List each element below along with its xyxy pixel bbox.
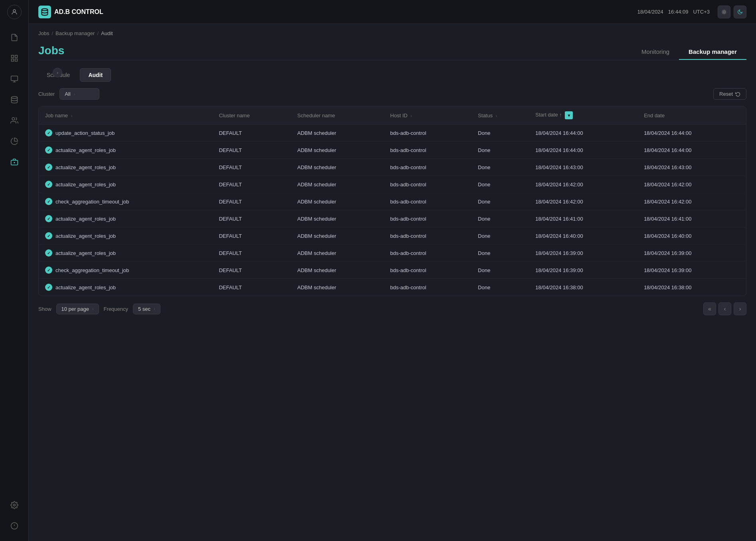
sub-tab-audit[interactable]: Audit	[80, 68, 111, 82]
top-header: AD.B CONTROL 18/04/2024 16:44:09 UTC+3	[29, 0, 756, 24]
sidebar-item-settings[interactable]	[6, 496, 23, 514]
breadcrumb-jobs[interactable]: Jobs	[38, 30, 49, 36]
svg-line-25	[722, 13, 722, 14]
frequency-select[interactable]: 5 sec ›	[133, 304, 160, 314]
sidebar-collapse-button[interactable]: ›	[53, 68, 62, 77]
start-date-filter-icon[interactable]: ▼	[565, 111, 573, 119]
svg-rect-1	[11, 55, 14, 58]
sidebar-item-chart[interactable]	[6, 49, 23, 67]
frequency-arrow: ›	[154, 306, 155, 311]
svg-line-26	[726, 10, 726, 10]
logo: AD.B CONTROL	[38, 6, 103, 18]
cell-end-date: 18/04/2024 16:43:00	[637, 159, 746, 176]
table-row[interactable]: ✓ actualize_agent_roles_job DEFAULT ADBM…	[39, 279, 746, 296]
svg-line-21	[722, 10, 722, 10]
table-row[interactable]: ✓ check_aggregation_timeout_job DEFAULT …	[39, 262, 746, 279]
table-row[interactable]: ✓ actualize_agent_roles_job DEFAULT ADBM…	[39, 227, 746, 245]
tab-backup-manager[interactable]: Backup manager	[679, 44, 746, 60]
cell-job-name: ✓ check_aggregation_timeout_job	[39, 193, 212, 210]
cell-status: Done	[471, 227, 529, 245]
cell-cluster: DEFAULT	[212, 279, 291, 296]
table-row[interactable]: ✓ actualize_agent_roles_job DEFAULT ADBM…	[39, 176, 746, 193]
cell-start-date: 18/04/2024 16:42:00	[529, 176, 637, 193]
theme-sun-button[interactable]	[718, 6, 730, 18]
col-job-name[interactable]: Job name ›	[39, 107, 212, 124]
sidebar-item-jobs[interactable]	[6, 153, 23, 171]
cell-job-name: ✓ actualize_agent_roles_job	[39, 279, 212, 296]
pagination-first-button[interactable]: «	[703, 302, 716, 315]
cell-status: Done	[471, 279, 529, 296]
table-row[interactable]: ✓ actualize_agent_roles_job DEFAULT ADBM…	[39, 245, 746, 262]
sidebar-item-users[interactable]	[6, 112, 23, 129]
cell-host-id: bds-adb-control	[384, 176, 472, 193]
header-right: 18/04/2024 16:44:09 UTC+3	[637, 6, 746, 18]
sidebar-item-info[interactable]	[6, 517, 23, 535]
sidebar-item-analytics[interactable]	[6, 70, 23, 88]
header-timezone: UTC+3	[693, 9, 710, 15]
pagination-row: Show 10 per page › Frequency 5 sec › « ‹…	[29, 296, 756, 322]
col-cluster-name: Cluster name	[212, 107, 291, 124]
pagination-next-button[interactable]: ›	[734, 302, 746, 315]
svg-point-9	[12, 118, 15, 120]
table-row[interactable]: ✓ actualize_agent_roles_job DEFAULT ADBM…	[39, 159, 746, 176]
table-row[interactable]: ✓ actualize_agent_roles_job DEFAULT ADBM…	[39, 142, 746, 159]
svg-rect-5	[11, 76, 18, 81]
cell-start-date: 18/04/2024 16:38:00	[529, 279, 637, 296]
svg-line-22	[726, 13, 726, 14]
logo-text: AD.B CONTROL	[54, 8, 103, 16]
table-row[interactable]: ✓ check_aggregation_timeout_job DEFAULT …	[39, 193, 746, 210]
per-page-arrow: ›	[92, 306, 94, 311]
pagination-prev-button[interactable]: ‹	[718, 302, 731, 315]
status-check-icon: ✓	[45, 249, 52, 257]
cell-end-date: 18/04/2024 16:42:00	[637, 193, 746, 210]
cell-start-date: 18/04/2024 16:42:00	[529, 193, 637, 210]
page-title: Jobs	[38, 44, 64, 57]
job-name-arrow: ›	[71, 113, 73, 118]
cell-scheduler: ADBM scheduler	[291, 159, 384, 176]
cell-host-id: bds-adb-control	[384, 227, 472, 245]
col-scheduler-name: Scheduler name	[291, 107, 384, 124]
col-start-date[interactable]: Start date ↑ ▼	[529, 107, 637, 124]
cell-scheduler: ADBM scheduler	[291, 176, 384, 193]
per-page-select[interactable]: 10 per page ›	[56, 304, 99, 314]
cell-host-id: bds-adb-control	[384, 124, 472, 142]
cell-status: Done	[471, 193, 529, 210]
filter-group: Cluster All ›	[38, 88, 99, 100]
table-row[interactable]: ✓ update_action_status_job DEFAULT ADBM …	[39, 124, 746, 142]
breadcrumb-backup-manager[interactable]: Backup manager	[55, 30, 95, 36]
cell-job-name: ✓ update_action_status_job	[39, 124, 212, 142]
cell-cluster: DEFAULT	[212, 124, 291, 142]
svg-point-0	[13, 10, 16, 12]
cell-status: Done	[471, 124, 529, 142]
status-check-icon: ✓	[45, 232, 52, 239]
logo-icon	[38, 6, 51, 18]
cell-cluster: DEFAULT	[212, 142, 291, 159]
col-host-id[interactable]: Host ID ›	[384, 107, 472, 124]
header-time: 18/04/2024 16:44:09 UTC+3	[637, 9, 710, 15]
tab-monitoring[interactable]: Monitoring	[632, 44, 679, 60]
sidebar-item-pie[interactable]	[6, 132, 23, 150]
cell-start-date: 18/04/2024 16:39:00	[529, 245, 637, 262]
cell-status: Done	[471, 142, 529, 159]
user-avatar[interactable]	[7, 5, 22, 19]
cell-job-name: ✓ actualize_agent_roles_job	[39, 142, 212, 159]
col-status[interactable]: Status ›	[471, 107, 529, 124]
cell-cluster: DEFAULT	[212, 176, 291, 193]
status-check-icon: ✓	[45, 181, 52, 188]
cell-job-name: ✓ actualize_agent_roles_job	[39, 210, 212, 227]
job-name-text: actualize_agent_roles_job	[55, 164, 116, 170]
cell-job-name: ✓ actualize_agent_roles_job	[39, 176, 212, 193]
cluster-filter-select[interactable]: All ›	[59, 88, 99, 100]
header-clock: 16:44:09	[668, 9, 689, 15]
per-page-value: 10 per page	[61, 306, 89, 312]
table-row[interactable]: ✓ actualize_agent_roles_job DEFAULT ADBM…	[39, 210, 746, 227]
cell-host-id: bds-adb-control	[384, 262, 472, 279]
status-check-icon: ✓	[45, 215, 52, 222]
cell-start-date: 18/04/2024 16:43:00	[529, 159, 637, 176]
cell-start-date: 18/04/2024 16:41:00	[529, 210, 637, 227]
job-name-text: check_aggregation_timeout_job	[55, 199, 129, 205]
reset-button[interactable]: Reset	[713, 88, 746, 100]
sidebar-item-document[interactable]	[6, 29, 23, 46]
sidebar-item-database[interactable]	[6, 91, 23, 109]
theme-moon-button[interactable]	[734, 6, 746, 18]
